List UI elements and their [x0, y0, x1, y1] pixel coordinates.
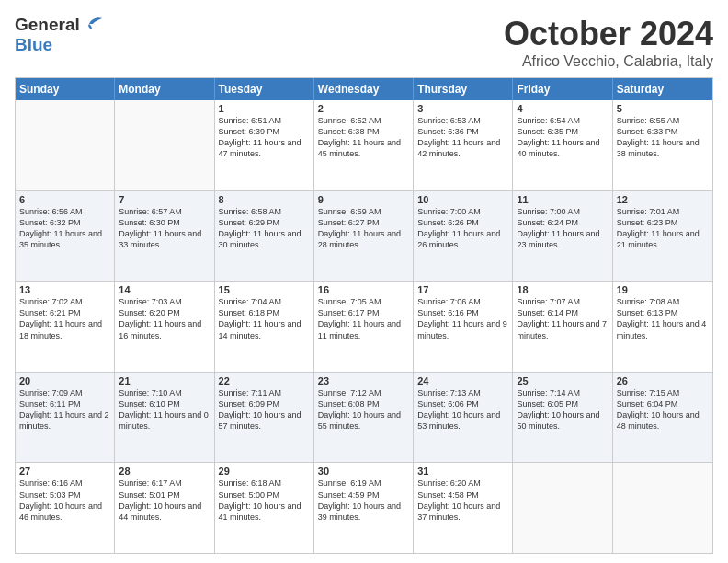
- day-number: 24: [417, 375, 508, 386]
- day-number: 26: [617, 375, 709, 386]
- day-number: 4: [517, 103, 608, 114]
- day-cell-3: 3Sunrise: 6:53 AMSunset: 6:36 PMDaylight…: [414, 100, 513, 190]
- day-header-wednesday: Wednesday: [314, 78, 414, 100]
- day-cell-7: 7Sunrise: 6:57 AMSunset: 6:30 PMDaylight…: [115, 191, 214, 282]
- day-number: 25: [517, 375, 608, 386]
- day-info: Sunrise: 7:05 AMSunset: 6:17 PMDaylight:…: [318, 296, 409, 341]
- day-info: Sunrise: 7:06 AMSunset: 6:16 PMDaylight:…: [417, 296, 508, 341]
- day-number: 11: [517, 194, 608, 205]
- day-number: 1: [219, 103, 310, 114]
- day-info: Sunrise: 7:00 AMSunset: 6:24 PMDaylight:…: [517, 206, 608, 251]
- day-number: 6: [19, 194, 110, 205]
- day-number: 5: [617, 103, 709, 114]
- day-number: 28: [119, 465, 210, 477]
- day-cell-22: 22Sunrise: 7:11 AMSunset: 6:09 PMDayligh…: [215, 373, 314, 463]
- day-header-tuesday: Tuesday: [215, 78, 314, 100]
- logo-bird-icon: [82, 17, 102, 31]
- day-number: 22: [219, 375, 310, 386]
- empty-cell: [115, 100, 214, 190]
- empty-cell: [513, 463, 612, 553]
- location-subtitle: Africo Vecchio, Calabria, Italy: [504, 53, 713, 70]
- day-info: Sunrise: 6:58 AMSunset: 6:29 PMDaylight:…: [219, 206, 310, 251]
- day-info: Sunrise: 6:51 AMSunset: 6:39 PMDaylight:…: [219, 115, 310, 160]
- day-info: Sunrise: 7:02 AMSunset: 6:21 PMDaylight:…: [19, 296, 110, 341]
- day-number: 3: [417, 103, 508, 114]
- day-cell-8: 8Sunrise: 6:58 AMSunset: 6:29 PMDaylight…: [215, 191, 314, 282]
- logo-general: General: [15, 15, 80, 35]
- day-info: Sunrise: 7:10 AMSunset: 6:10 PMDaylight:…: [119, 387, 210, 432]
- day-info: Sunrise: 6:53 AMSunset: 6:36 PMDaylight:…: [417, 115, 508, 160]
- calendar-row-5: 27Sunrise: 6:16 AMSunset: 5:03 PMDayligh…: [16, 462, 712, 553]
- day-cell-5: 5Sunrise: 6:55 AMSunset: 6:33 PMDaylight…: [613, 100, 712, 190]
- day-cell-9: 9Sunrise: 6:59 AMSunset: 6:27 PMDaylight…: [314, 191, 414, 282]
- day-cell-28: 28Sunrise: 6:17 AMSunset: 5:01 PMDayligh…: [115, 463, 214, 553]
- day-info: Sunrise: 6:57 AMSunset: 6:30 PMDaylight:…: [119, 206, 210, 251]
- day-header-friday: Friday: [513, 78, 612, 100]
- day-number: 8: [219, 194, 310, 205]
- day-cell-29: 29Sunrise: 6:18 AMSunset: 5:00 PMDayligh…: [215, 463, 314, 553]
- day-header-monday: Monday: [115, 78, 214, 100]
- day-cell-14: 14Sunrise: 7:03 AMSunset: 6:20 PMDayligh…: [115, 282, 214, 372]
- calendar: SundayMondayTuesdayWednesdayThursdayFrid…: [15, 77, 713, 554]
- calendar-row-1: 1Sunrise: 6:51 AMSunset: 6:39 PMDaylight…: [16, 100, 712, 190]
- day-cell-6: 6Sunrise: 6:56 AMSunset: 6:32 PMDaylight…: [16, 191, 115, 282]
- day-cell-23: 23Sunrise: 7:12 AMSunset: 6:08 PMDayligh…: [314, 373, 414, 463]
- day-info: Sunrise: 7:12 AMSunset: 6:08 PMDaylight:…: [318, 387, 409, 432]
- empty-cell: [613, 463, 712, 553]
- day-cell-17: 17Sunrise: 7:06 AMSunset: 6:16 PMDayligh…: [414, 282, 513, 372]
- calendar-row-4: 20Sunrise: 7:09 AMSunset: 6:11 PMDayligh…: [16, 372, 712, 463]
- day-number: 14: [119, 284, 210, 295]
- day-cell-13: 13Sunrise: 7:02 AMSunset: 6:21 PMDayligh…: [16, 282, 115, 372]
- day-number: 20: [19, 375, 110, 386]
- calendar-header: SundayMondayTuesdayWednesdayThursdayFrid…: [16, 78, 712, 100]
- day-info: Sunrise: 7:08 AMSunset: 6:13 PMDaylight:…: [617, 296, 709, 341]
- day-cell-15: 15Sunrise: 7:04 AMSunset: 6:18 PMDayligh…: [215, 282, 314, 372]
- day-info: Sunrise: 7:15 AMSunset: 6:04 PMDaylight:…: [617, 387, 709, 432]
- day-cell-30: 30Sunrise: 6:19 AMSunset: 4:59 PMDayligh…: [314, 463, 414, 553]
- day-number: 16: [318, 284, 409, 295]
- day-number: 7: [119, 194, 210, 205]
- day-number: 9: [318, 194, 409, 205]
- day-cell-18: 18Sunrise: 7:07 AMSunset: 6:14 PMDayligh…: [513, 282, 612, 372]
- day-header-thursday: Thursday: [414, 78, 513, 100]
- day-info: Sunrise: 7:13 AMSunset: 6:06 PMDaylight:…: [417, 387, 508, 432]
- day-cell-25: 25Sunrise: 7:14 AMSunset: 6:05 PMDayligh…: [513, 373, 612, 463]
- day-info: Sunrise: 7:04 AMSunset: 6:18 PMDaylight:…: [219, 296, 310, 341]
- day-cell-19: 19Sunrise: 7:08 AMSunset: 6:13 PMDayligh…: [613, 282, 712, 372]
- day-cell-12: 12Sunrise: 7:01 AMSunset: 6:23 PMDayligh…: [613, 191, 712, 282]
- month-title: October 2024: [504, 15, 713, 53]
- day-info: Sunrise: 7:00 AMSunset: 6:26 PMDaylight:…: [417, 206, 508, 251]
- day-cell-27: 27Sunrise: 6:16 AMSunset: 5:03 PMDayligh…: [16, 463, 115, 553]
- day-info: Sunrise: 6:55 AMSunset: 6:33 PMDaylight:…: [617, 115, 709, 160]
- day-cell-16: 16Sunrise: 7:05 AMSunset: 6:17 PMDayligh…: [314, 282, 414, 372]
- day-cell-31: 31Sunrise: 6:20 AMSunset: 4:58 PMDayligh…: [414, 463, 513, 553]
- logo-blue: Blue: [15, 35, 52, 54]
- day-info: Sunrise: 7:03 AMSunset: 6:20 PMDaylight:…: [119, 296, 210, 341]
- day-cell-26: 26Sunrise: 7:15 AMSunset: 6:04 PMDayligh…: [613, 373, 712, 463]
- day-cell-20: 20Sunrise: 7:09 AMSunset: 6:11 PMDayligh…: [16, 373, 115, 463]
- title-area: October 2024 Africo Vecchio, Calabria, I…: [504, 15, 713, 70]
- day-cell-10: 10Sunrise: 7:00 AMSunset: 6:26 PMDayligh…: [414, 191, 513, 282]
- day-info: Sunrise: 7:14 AMSunset: 6:05 PMDaylight:…: [517, 387, 608, 432]
- day-info: Sunrise: 7:07 AMSunset: 6:14 PMDaylight:…: [517, 296, 608, 341]
- day-number: 13: [19, 284, 110, 295]
- day-cell-4: 4Sunrise: 6:54 AMSunset: 6:35 PMDaylight…: [513, 100, 612, 190]
- day-number: 2: [318, 103, 409, 114]
- header: General Blue October 2024 Africo Vecchio…: [15, 15, 713, 70]
- day-cell-2: 2Sunrise: 6:52 AMSunset: 6:38 PMDaylight…: [314, 100, 414, 190]
- day-number: 27: [19, 465, 110, 477]
- day-info: Sunrise: 6:18 AMSunset: 5:00 PMDaylight:…: [219, 477, 310, 523]
- calendar-row-2: 6Sunrise: 6:56 AMSunset: 6:32 PMDaylight…: [16, 190, 712, 282]
- day-info: Sunrise: 7:09 AMSunset: 6:11 PMDaylight:…: [19, 387, 110, 432]
- day-cell-11: 11Sunrise: 7:00 AMSunset: 6:24 PMDayligh…: [513, 191, 612, 282]
- calendar-row-3: 13Sunrise: 7:02 AMSunset: 6:21 PMDayligh…: [16, 281, 712, 372]
- day-info: Sunrise: 6:16 AMSunset: 5:03 PMDaylight:…: [19, 477, 110, 523]
- day-header-saturday: Saturday: [613, 78, 712, 100]
- day-number: 17: [417, 284, 508, 295]
- day-number: 21: [119, 375, 210, 386]
- day-info: Sunrise: 6:20 AMSunset: 4:58 PMDaylight:…: [417, 477, 508, 523]
- day-number: 19: [617, 284, 709, 295]
- day-number: 15: [219, 284, 310, 295]
- day-cell-24: 24Sunrise: 7:13 AMSunset: 6:06 PMDayligh…: [414, 373, 513, 463]
- day-info: Sunrise: 6:19 AMSunset: 4:59 PMDaylight:…: [318, 477, 409, 523]
